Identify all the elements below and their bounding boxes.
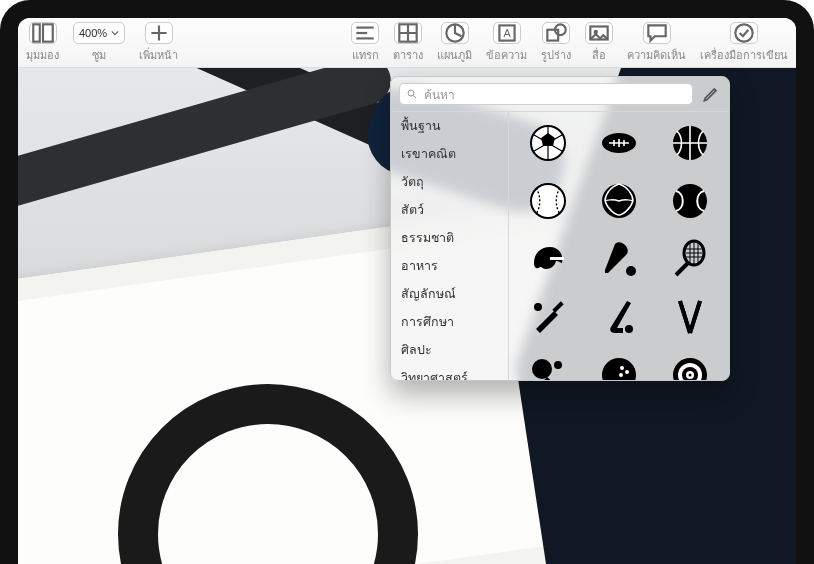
- svg-rect-0: [33, 24, 40, 41]
- zoom-value: 400%: [79, 27, 107, 39]
- shape-soccer-ball[interactable]: [527, 122, 569, 164]
- shape-football[interactable]: [598, 122, 640, 164]
- search-icon: [406, 88, 418, 100]
- search-placeholder: ค้นหา: [424, 85, 455, 104]
- svg-rect-1: [43, 24, 53, 41]
- svg-point-25: [626, 266, 636, 276]
- edit-shapes-button[interactable]: [701, 84, 721, 104]
- chart-button[interactable]: แผนภูมิ: [437, 22, 472, 64]
- shape-ski-poles[interactable]: [669, 296, 711, 338]
- toolbar: มุมมอง 400% ซูม เพิ่มหน้า แทรก ตาราง: [18, 18, 796, 68]
- zoom-label: ซูม: [92, 46, 106, 64]
- shape-hockey-stick[interactable]: [598, 296, 640, 338]
- shape-dartboard[interactable]: [669, 354, 711, 380]
- shape-category-item[interactable]: วิทยาศาสตร์: [391, 364, 508, 380]
- shape-category-list: พื้นฐานเรขาคณิตวัตถุสัตว์ธรรมชาติอาหารสั…: [391, 112, 509, 380]
- svg-point-30: [532, 359, 552, 379]
- insert-button[interactable]: แทรก: [351, 22, 379, 64]
- svg-point-32: [554, 361, 562, 369]
- pencil-icon: [701, 84, 721, 104]
- media-button[interactable]: สื่อ: [585, 22, 613, 64]
- shape-category-item[interactable]: พื้นฐาน: [391, 112, 508, 140]
- svg-point-23: [673, 184, 707, 218]
- plus-icon: [146, 20, 172, 46]
- svg-point-14: [408, 90, 414, 96]
- svg-rect-4: [356, 37, 373, 39]
- shape-cricket-bat[interactable]: [527, 296, 569, 338]
- shape-helmet[interactable]: [527, 238, 569, 280]
- svg-rect-27: [552, 301, 563, 312]
- shape-grid: [509, 112, 729, 380]
- svg-point-33: [602, 358, 636, 380]
- shape-bat-ball[interactable]: [598, 238, 640, 280]
- shape-bowling-ball[interactable]: [598, 354, 640, 380]
- shape-category-item[interactable]: อาหาร: [391, 252, 508, 280]
- shape-volleyball[interactable]: [598, 180, 640, 222]
- shape-tennis-racket[interactable]: [669, 238, 711, 280]
- view-label: มุมมอง: [26, 46, 59, 64]
- chevron-down-icon: [111, 29, 119, 37]
- svg-rect-3: [356, 32, 367, 34]
- shape-pingpong[interactable]: [527, 354, 569, 380]
- zoom-dropdown[interactable]: 400% ซูม: [73, 22, 125, 64]
- shape-category-item[interactable]: ศิลปะ: [391, 336, 508, 364]
- add-page-button[interactable]: เพิ่มหน้า: [139, 22, 178, 64]
- svg-rect-2: [356, 27, 373, 29]
- shape-button[interactable]: รูปร่าง: [541, 22, 571, 64]
- shape-category-item[interactable]: เรขาคณิต: [391, 140, 508, 168]
- shape-baseball[interactable]: [527, 180, 569, 222]
- shape-tennis-ball[interactable]: [669, 180, 711, 222]
- shape-category-item[interactable]: วัตถุ: [391, 168, 508, 196]
- svg-point-41: [689, 374, 692, 377]
- svg-point-13: [735, 24, 752, 41]
- shape-category-item[interactable]: การศึกษา: [391, 308, 508, 336]
- add-page-label: เพิ่มหน้า: [139, 46, 178, 64]
- svg-point-36: [619, 373, 623, 377]
- svg-point-35: [625, 370, 629, 374]
- shape-category-item[interactable]: สัตว์: [391, 196, 508, 224]
- shape-category-item[interactable]: ธรรมชาติ: [391, 224, 508, 252]
- shapes-popover: ค้นหา พื้นฐานเรขาคณิตวัตถุสัตว์ธรรมชาติอ…: [390, 76, 730, 381]
- shape-category-item[interactable]: สัญลักษณ์: [391, 280, 508, 308]
- shapes-search-input[interactable]: ค้นหา: [399, 83, 693, 105]
- collab-button[interactable]: เครื่องมือการเขียน: [700, 22, 788, 64]
- table-button[interactable]: ตาราง: [393, 22, 423, 64]
- svg-text:A: A: [503, 27, 511, 39]
- svg-rect-24: [550, 257, 564, 260]
- svg-rect-9: [547, 30, 558, 41]
- svg-point-28: [534, 303, 542, 311]
- view-button[interactable]: มุมมอง: [26, 22, 59, 64]
- text-button[interactable]: A ข้อความ: [486, 22, 527, 64]
- svg-point-29: [625, 325, 633, 333]
- svg-point-34: [620, 366, 624, 370]
- shape-basketball[interactable]: [669, 122, 711, 164]
- comment-button[interactable]: ความคิดเห็น: [627, 22, 686, 64]
